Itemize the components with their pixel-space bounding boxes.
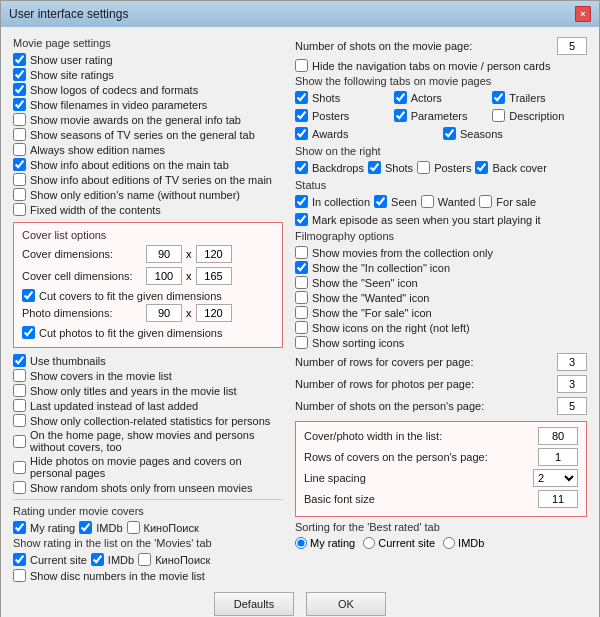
list-item: Last updated instead of last added xyxy=(13,399,283,412)
current-site-sort-radio[interactable] xyxy=(363,537,375,549)
cb_user_rating-checkbox[interactable] xyxy=(13,53,26,66)
cb_home_page-checkbox[interactable] xyxy=(13,435,26,448)
cover-cell-label: Cover cell dimensions: xyxy=(22,270,142,282)
cb_collection_stats-checkbox[interactable] xyxy=(13,414,26,427)
rows-covers-label: Number of rows for covers per page: xyxy=(295,356,474,368)
cover-cell-width-input[interactable] xyxy=(146,267,182,285)
my-rating-sort-radio[interactable] xyxy=(295,537,307,549)
disc-numbers-checkbox[interactable] xyxy=(13,569,26,582)
list-item: Show only collection-related statistics … xyxy=(13,414,283,427)
photo-height-input[interactable] xyxy=(196,304,232,322)
show-right-checkboxes: Backdrops Shots Posters Back cover xyxy=(295,161,587,176)
hide-nav-checkbox[interactable] xyxy=(295,59,308,72)
rows-covers-input[interactable] xyxy=(557,353,587,371)
cb_always_edition-checkbox[interactable] xyxy=(13,143,26,156)
actors-tab-row: Actors xyxy=(394,91,489,104)
list-item: Show icons on the right (not left) xyxy=(295,321,587,334)
cb_icons_right-checkbox[interactable] xyxy=(295,321,308,334)
shots-movie-input[interactable] xyxy=(557,37,587,55)
list-item: Always show edition names xyxy=(13,143,283,156)
rows-photos-input[interactable] xyxy=(557,375,587,393)
cover-cell-height-input[interactable] xyxy=(196,267,232,285)
actors-tab-checkbox[interactable] xyxy=(394,91,407,104)
ok-button[interactable]: OK xyxy=(306,592,386,616)
cb_show_forsale-checkbox[interactable] xyxy=(295,306,308,319)
cb_fixed_width-checkbox[interactable] xyxy=(13,203,26,216)
font-size-input[interactable] xyxy=(538,490,578,508)
back-cover-checkbox[interactable] xyxy=(475,161,488,174)
shots-right-checkbox[interactable] xyxy=(368,161,381,174)
kinopoisk-list-checkbox[interactable] xyxy=(138,553,151,566)
kinopoisk-rating-checkbox[interactable] xyxy=(127,521,140,534)
cb_last_updated-label: Last updated instead of last added xyxy=(30,400,198,412)
cb_show_in_coll-label: Show the "In collection" icon xyxy=(312,262,450,274)
parameters-tab-checkbox[interactable] xyxy=(394,109,407,122)
cover-width-list-input[interactable] xyxy=(538,427,578,445)
parameters-tab-row: Parameters xyxy=(394,109,489,122)
shots-person-label: Number of shots on the person's page: xyxy=(295,400,484,412)
defaults-button[interactable]: Defaults xyxy=(214,592,294,616)
list-item: Show the "Wanted" icon xyxy=(295,291,587,304)
posters-right-checkbox[interactable] xyxy=(417,161,430,174)
cb_show_seen-checkbox[interactable] xyxy=(295,276,308,289)
content-area: Movie page settings Show user ratingShow… xyxy=(1,27,599,617)
rows-photos-label: Number of rows for photos per page: xyxy=(295,378,474,390)
shots-person-input[interactable] xyxy=(557,397,587,415)
cb_editions_tv-checkbox[interactable] xyxy=(13,173,26,186)
font-size-label: Basic font size xyxy=(304,493,375,505)
posters-tab-row: Posters xyxy=(295,109,390,122)
cb_hide_photos-checkbox[interactable] xyxy=(13,461,26,474)
cb_home_page-label: On the home page, show movies and person… xyxy=(30,429,283,453)
rating-under-covers-label: Rating under movie covers xyxy=(13,505,283,517)
cover-width-input[interactable] xyxy=(146,245,182,263)
cb_show_in_coll-checkbox[interactable] xyxy=(295,261,308,274)
shots-tab-checkbox[interactable] xyxy=(295,91,308,104)
cb_awards_general-checkbox[interactable] xyxy=(13,113,26,126)
cb_last_updated-checkbox[interactable] xyxy=(13,399,26,412)
imdb-sort-radio[interactable] xyxy=(443,537,455,549)
cb_editions_main-checkbox[interactable] xyxy=(13,158,26,171)
seasons-tab-checkbox[interactable] xyxy=(443,127,456,140)
posters-tab-checkbox[interactable] xyxy=(295,109,308,122)
imdb-rating-checkbox[interactable] xyxy=(79,521,92,534)
cut-covers-checkbox[interactable] xyxy=(22,289,35,302)
cb_always_edition-label: Always show edition names xyxy=(30,144,165,156)
backdrops-checkbox[interactable] xyxy=(295,161,308,174)
cb_random_shots-label: Show random shots only from unseen movie… xyxy=(30,482,253,494)
cover-height-input[interactable] xyxy=(196,245,232,263)
awards-tab-checkbox[interactable] xyxy=(295,127,308,140)
rows-person-input[interactable] xyxy=(538,448,578,466)
cb_random_shots-checkbox[interactable] xyxy=(13,481,26,494)
cb_thumbnails-checkbox[interactable] xyxy=(13,354,26,367)
description-tab-checkbox[interactable] xyxy=(492,109,505,122)
cb_logos-checkbox[interactable] xyxy=(13,83,26,96)
shots-tab-row: Shots xyxy=(295,91,390,104)
for-sale-checkbox[interactable] xyxy=(479,195,492,208)
backdrops-label: Backdrops xyxy=(312,162,364,174)
list-item: Show the "In collection" icon xyxy=(295,261,587,274)
cb_show_wanted-checkbox[interactable] xyxy=(295,291,308,304)
for-sale-row: For sale xyxy=(479,195,536,208)
close-button[interactable]: × xyxy=(575,6,591,22)
cb_sorting_icons-checkbox[interactable] xyxy=(295,336,308,349)
cb_titles_only-label: Show only titles and years in the movie … xyxy=(30,385,237,397)
trailers-tab-checkbox[interactable] xyxy=(492,91,505,104)
kinopoisk-rating-label: КиноПоиск xyxy=(144,522,199,534)
seen-checkbox[interactable] xyxy=(374,195,387,208)
cb_covers_list-checkbox[interactable] xyxy=(13,369,26,382)
line-spacing-select[interactable]: 1 2 3 4 xyxy=(533,469,578,487)
cb_only_edition-checkbox[interactable] xyxy=(13,188,26,201)
in-collection-checkbox[interactable] xyxy=(295,195,308,208)
cb_seasons_general-checkbox[interactable] xyxy=(13,128,26,141)
photo-width-input[interactable] xyxy=(146,304,182,322)
cb_titles_only-checkbox[interactable] xyxy=(13,384,26,397)
wanted-checkbox[interactable] xyxy=(421,195,434,208)
mark-episode-checkbox[interactable] xyxy=(295,213,308,226)
cb_site_ratings-checkbox[interactable] xyxy=(13,68,26,81)
cut-photos-checkbox[interactable] xyxy=(22,326,35,339)
my-rating-checkbox[interactable] xyxy=(13,521,26,534)
cb_show_movies_coll-checkbox[interactable] xyxy=(295,246,308,259)
cb_filenames-checkbox[interactable] xyxy=(13,98,26,111)
current-site-list-checkbox[interactable] xyxy=(13,553,26,566)
imdb-list-checkbox[interactable] xyxy=(91,553,104,566)
